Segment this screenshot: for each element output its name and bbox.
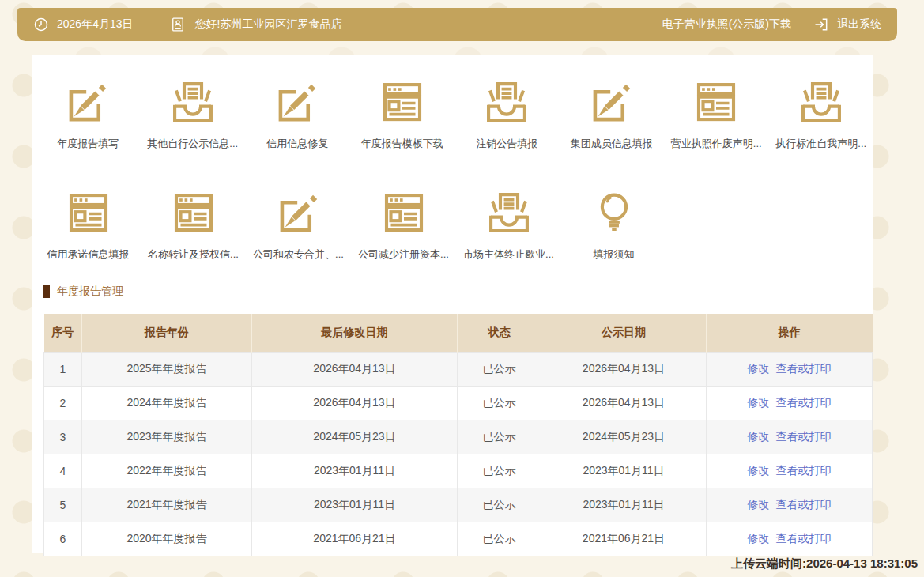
shortcut-label: 年度报告填写 — [57, 137, 119, 151]
shortcut-item[interactable]: 年度报告模板下载 — [350, 77, 455, 151]
shortcut-item[interactable]: 公司减少注册资本... — [351, 187, 456, 262]
edit-link[interactable]: 修改 — [748, 430, 770, 443]
logout-icon[interactable] — [813, 17, 829, 32]
shortcut-label: 信用承诺信息填报 — [47, 247, 130, 262]
shortcut-item[interactable]: 信用承诺信息填报 — [36, 187, 141, 262]
license-download-link[interactable]: 电子营业执照(公示版)下载 — [662, 17, 791, 32]
shortcut-label: 其他自行公示信息... — [147, 137, 238, 151]
table-row: 32023年年度报告2024年05月23日已公示2024年05月23日修改查看或… — [44, 420, 873, 454]
cell-status: 已公示 — [458, 454, 541, 488]
cell-status: 已公示 — [458, 387, 541, 420]
edit-icon — [273, 187, 325, 239]
cell-actions: 修改查看或打印 — [707, 387, 873, 420]
shortcut-item[interactable]: 其他自行公示信息... — [141, 77, 246, 151]
shortcut-label: 信用信息修复 — [266, 137, 328, 151]
cell-modified-date: 2023年01月11日 — [252, 488, 458, 522]
edit-link[interactable]: 修改 — [748, 362, 770, 375]
inbox-icon — [167, 77, 219, 129]
shortcut-item[interactable]: 营业执照作废声明... — [664, 77, 769, 151]
edit-icon — [586, 77, 638, 129]
cell-publish-date: 2021年06月21日 — [541, 522, 707, 556]
browser-icon — [378, 187, 430, 239]
table-row: 42022年年度报告2023年01月11日已公示2023年01月11日修改查看或… — [44, 454, 873, 488]
cell-actions: 修改查看或打印 — [707, 353, 873, 387]
cell-index: 1 — [44, 353, 82, 387]
view-print-link[interactable]: 查看或打印 — [776, 362, 832, 375]
table-header: 序号报告年份最后修改日期状态公示日期操作 — [44, 314, 873, 353]
shortcut-grid: 年度报告填写 其他自行公示信息... 信用信息修复 年度报告模板下载 — [32, 77, 873, 262]
view-print-link[interactable]: 查看或打印 — [776, 464, 832, 477]
column-header: 操作 — [707, 314, 873, 353]
cell-modified-date: 2023年01月11日 — [252, 454, 458, 488]
column-header: 序号 — [44, 314, 82, 353]
column-header: 公示日期 — [541, 314, 707, 353]
view-print-link[interactable]: 查看或打印 — [776, 430, 832, 443]
edit-icon — [62, 77, 114, 129]
cell-actions: 修改查看或打印 — [707, 454, 873, 488]
cell-report-year: 2022年年度报告 — [82, 454, 252, 488]
report-table-body: 12025年年度报告2026年04月13日已公示2026年04月13日修改查看或… — [44, 353, 873, 556]
browser-icon — [168, 187, 220, 239]
shortcut-item[interactable]: 填报须知 — [561, 187, 666, 262]
shortcut-label: 名称转让及授权信... — [148, 247, 239, 262]
cell-publish-date: 2026年04月13日 — [541, 353, 707, 387]
cell-modified-date: 2026年04月13日 — [252, 353, 458, 387]
shortcut-label: 集团成员信息填报 — [571, 137, 653, 151]
section-bar — [43, 285, 50, 298]
user-greeting: 您好!苏州工业园区汇罗食品店 — [195, 17, 342, 32]
browser-icon — [376, 77, 428, 129]
view-print-link[interactable]: 查看或打印 — [776, 396, 832, 409]
shortcut-item[interactable]: 信用信息修复 — [245, 77, 350, 151]
section-header: 年度报告管理 — [43, 285, 873, 298]
clock-icon — [33, 17, 49, 32]
cell-status: 已公示 — [458, 420, 541, 454]
cell-status: 已公示 — [458, 488, 541, 522]
column-header: 最后修改日期 — [252, 314, 458, 353]
cell-report-year: 2025年年度报告 — [82, 353, 252, 387]
cell-index: 5 — [44, 488, 82, 522]
section-title: 年度报告管理 — [57, 285, 123, 299]
cell-index: 3 — [44, 420, 82, 454]
view-print-link[interactable]: 查看或打印 — [776, 532, 832, 545]
column-header: 状态 — [458, 314, 541, 353]
shortcut-item[interactable]: 执行标准自我声明... — [769, 77, 874, 151]
table-row: 62020年年度报告2021年06月21日已公示2021年06月21日修改查看或… — [44, 522, 873, 556]
cell-status: 已公示 — [458, 353, 541, 387]
shortcut-row: 信用承诺信息填报 名称转让及授权信... 公司和农专合并、... 公司减少注册资… — [32, 187, 873, 262]
shortcut-label: 执行标准自我声明... — [775, 137, 866, 151]
shortcut-item[interactable]: 市场主体终止歇业... — [456, 187, 561, 262]
shortcut-label: 公司减少注册资本... — [358, 247, 449, 262]
inbox-icon — [795, 77, 847, 129]
bulb-icon — [588, 187, 640, 239]
shortcut-label: 注销公告填报 — [476, 137, 537, 151]
topbar: 2026年4月13日 您好!苏州工业园区汇罗食品店 电子营业执照(公示版)下载 … — [17, 8, 897, 41]
browser-icon — [62, 187, 115, 239]
shortcut-label: 公司和农专合并、... — [253, 247, 344, 262]
table-row: 52021年年度报告2023年01月11日已公示2023年01月11日修改查看或… — [44, 488, 873, 522]
cell-publish-date: 2023年01月11日 — [541, 454, 707, 488]
upload-timestamp: 上传云端时间:2026-04-13 18:31:05 — [731, 556, 918, 571]
logout-button[interactable]: 退出系统 — [837, 17, 881, 32]
cell-status: 已公示 — [458, 522, 541, 556]
cell-actions: 修改查看或打印 — [707, 420, 873, 454]
cell-actions: 修改查看或打印 — [707, 488, 873, 522]
view-print-link[interactable]: 查看或打印 — [776, 498, 832, 511]
cell-index: 2 — [44, 387, 82, 420]
cell-actions: 修改查看或打印 — [707, 522, 873, 556]
shortcut-item[interactable]: 公司和农专合并、... — [246, 187, 351, 262]
edit-link[interactable]: 修改 — [748, 464, 770, 477]
browser-icon — [690, 77, 742, 129]
inbox-icon — [483, 187, 535, 239]
edit-link[interactable]: 修改 — [748, 498, 770, 511]
shortcut-item[interactable]: 名称转让及授权信... — [141, 187, 246, 262]
table-row: 12025年年度报告2026年04月13日已公示2026年04月13日修改查看或… — [44, 353, 873, 387]
edit-link[interactable]: 修改 — [748, 396, 770, 409]
cell-modified-date: 2024年05月23日 — [252, 420, 458, 454]
edit-link[interactable]: 修改 — [748, 532, 770, 545]
cell-publish-date: 2026年04月13日 — [541, 387, 707, 420]
shortcut-item[interactable]: 注销公告填报 — [454, 77, 560, 151]
shortcut-item[interactable]: 集团成员信息填报 — [560, 77, 665, 151]
shortcut-label: 年度报告模板下载 — [361, 137, 443, 151]
shortcut-item[interactable]: 年度报告填写 — [36, 77, 141, 151]
annual-report-table: 序号报告年份最后修改日期状态公示日期操作 12025年年度报告2026年04月1… — [43, 314, 873, 556]
